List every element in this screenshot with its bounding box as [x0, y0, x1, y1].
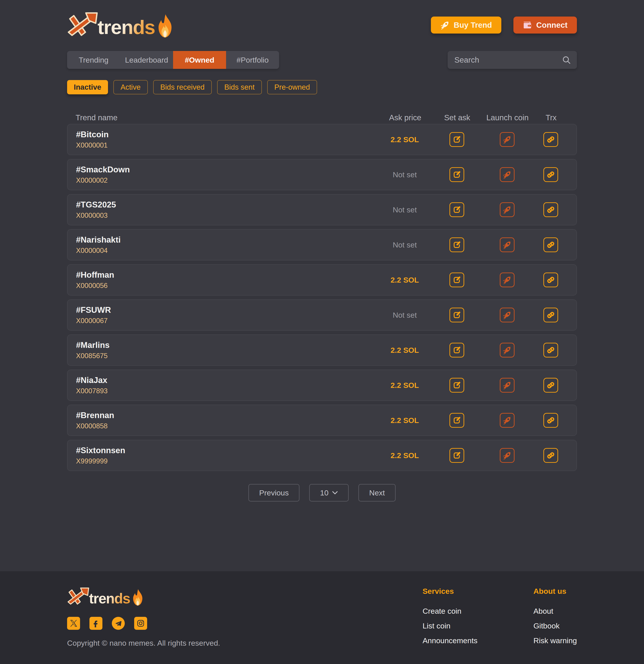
footer: trends [0, 571, 644, 664]
trend-code: X0000056 [76, 282, 377, 290]
trx-link-button[interactable] [543, 272, 558, 287]
trend-code: X0000001 [76, 141, 377, 149]
ask-price-value: Not set [377, 311, 433, 319]
trx-link-button[interactable] [543, 308, 558, 323]
set-ask-button[interactable] [450, 308, 464, 323]
set-ask-button[interactable] [450, 167, 464, 182]
header-actions: Buy Trend Connect [431, 17, 577, 34]
set-ask-button[interactable] [450, 132, 464, 147]
link-announcements[interactable]: Announcements [423, 633, 478, 648]
link-gitbook[interactable]: Gitbook [533, 618, 577, 633]
trx-link-button[interactable] [543, 378, 558, 393]
launch-coin-button[interactable] [500, 272, 515, 287]
footer-about-column: About us About Gitbook Risk warning [533, 587, 577, 648]
xtrends-page: trends Buy Trend [0, 0, 644, 664]
connect-label: Connect [536, 21, 567, 29]
launch-coin-button[interactable] [500, 202, 515, 217]
rocket-icon [503, 275, 512, 284]
table-row: #NiaJax X0007893 2.2 SOL [67, 370, 577, 401]
next-page-button[interactable]: Next [358, 484, 396, 501]
table-row: #Brennan X0000858 2.2 SOL [67, 404, 577, 436]
filter-pre-owned[interactable]: Pre-owned [267, 80, 317, 94]
trx-link-button[interactable] [543, 167, 558, 182]
previous-page-button[interactable]: Previous [248, 484, 299, 501]
services-title: Services [423, 587, 478, 596]
filter-bids-received[interactable]: Bids received [153, 80, 212, 94]
tab-portfolio[interactable]: #Portfolio [226, 51, 279, 69]
copyright-text: Copyright © nano memes. All rights reser… [67, 639, 220, 647]
trend-code: X0000858 [76, 422, 377, 430]
set-ask-button[interactable] [450, 272, 464, 287]
connect-wallet-button[interactable]: Connect [514, 17, 577, 34]
trx-link-button[interactable] [543, 132, 558, 147]
rocket-icon [503, 416, 512, 425]
set-ask-button[interactable] [450, 202, 464, 217]
filter-bids-sent[interactable]: Bids sent [217, 80, 262, 94]
table-row: #Bitcoin X0000001 2.2 SOL [67, 124, 577, 155]
trend-name: #FSUWR [76, 305, 377, 315]
trend-name-cell: #SmackDown X0000002 [76, 165, 377, 184]
page-size-select[interactable]: 10 [309, 484, 349, 501]
set-ask-button[interactable] [450, 378, 464, 393]
launch-coin-button[interactable] [500, 378, 515, 393]
set-ask-button[interactable] [450, 343, 464, 357]
link-about[interactable]: About [533, 604, 577, 618]
tab-trending[interactable]: Trending [67, 51, 120, 69]
link-icon [546, 416, 555, 424]
set-ask-button[interactable] [450, 448, 464, 463]
edit-icon [453, 416, 461, 424]
social-links [67, 617, 220, 630]
ask-price-value: 2.2 SOL [377, 451, 433, 460]
filter-inactive[interactable]: Inactive [67, 80, 108, 94]
trend-name-cell: #TGS2025 X0000003 [76, 200, 377, 220]
trx-link-button[interactable] [543, 202, 558, 217]
instagram-icon[interactable] [134, 617, 147, 630]
trx-link-button[interactable] [543, 448, 558, 463]
link-icon [546, 205, 555, 214]
trx-link-button[interactable] [543, 343, 558, 357]
filter-active[interactable]: Active [113, 80, 148, 94]
launch-coin-button[interactable] [500, 132, 515, 147]
chevron-down-icon [332, 491, 338, 495]
facebook-icon[interactable] [89, 617, 102, 630]
launch-coin-button[interactable] [500, 237, 515, 252]
trx-link-button[interactable] [543, 237, 558, 252]
trend-code: X0000004 [76, 247, 377, 255]
table-row: #TGS2025 X0000003 Not set [67, 194, 577, 225]
edit-icon [453, 346, 461, 354]
launch-coin-button[interactable] [500, 343, 515, 357]
buy-trend-button[interactable]: Buy Trend [431, 17, 501, 34]
tab-leaderboard[interactable]: Leaderboard [120, 51, 173, 69]
launch-coin-button[interactable] [500, 167, 515, 182]
trend-name: #TGS2025 [76, 200, 377, 209]
link-icon [546, 170, 555, 179]
trends-table: Trend name Ask price Set ask Launch coin… [67, 111, 577, 471]
rocket-icon [503, 381, 512, 390]
set-ask-button[interactable] [450, 237, 464, 252]
x-icon[interactable] [67, 617, 80, 630]
trend-name-cell: #FSUWR X0000067 [76, 305, 377, 325]
search-icon[interactable] [562, 56, 570, 64]
trend-name-cell: #Sixtonnsen X9999999 [76, 446, 377, 465]
link-list-coin[interactable]: List coin [423, 618, 478, 633]
launch-coin-button[interactable] [500, 413, 515, 428]
page-size-value: 10 [320, 489, 329, 497]
link-create-coin[interactable]: Create coin [423, 604, 478, 618]
trend-name-cell: #Marlins X0085675 [76, 340, 377, 360]
table-row: #Hoffman X0000056 2.2 SOL [67, 264, 577, 295]
footer-logo: trends [67, 587, 220, 606]
trend-name: #Narishakti [76, 235, 377, 245]
launch-coin-button[interactable] [500, 448, 515, 463]
table-row: #Sixtonnsen X9999999 2.2 SOL [67, 440, 577, 471]
rocket-icon [503, 346, 512, 355]
search-input[interactable] [454, 55, 562, 65]
trx-link-button[interactable] [543, 413, 558, 428]
telegram-icon[interactable] [112, 617, 125, 630]
col-set-ask: Set ask [433, 113, 481, 122]
tab-owned[interactable]: #Owned [173, 51, 226, 69]
link-risk-warning[interactable]: Risk warning [533, 633, 577, 648]
launch-coin-button[interactable] [500, 308, 515, 323]
set-ask-button[interactable] [450, 413, 464, 428]
link-icon [546, 346, 555, 354]
trend-name-cell: #Narishakti X0000004 [76, 235, 377, 255]
